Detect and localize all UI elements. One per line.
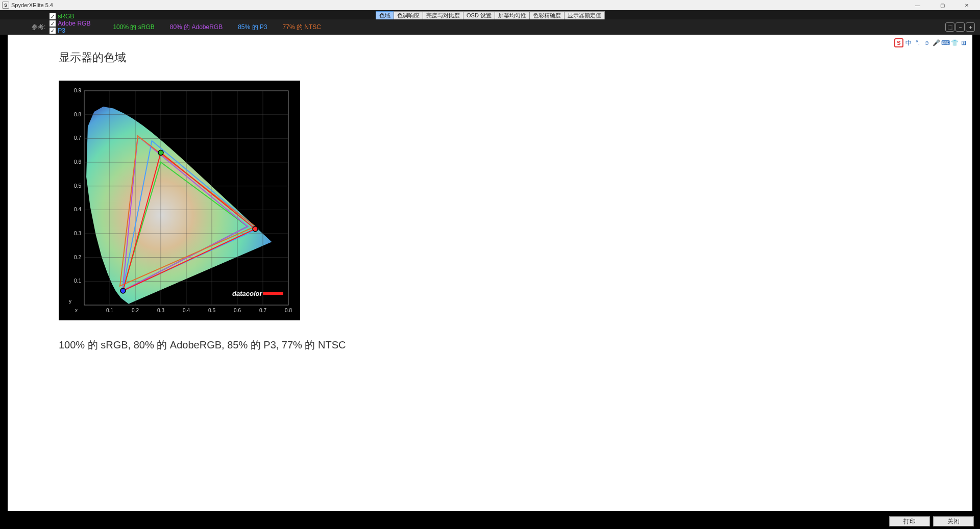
print-button[interactable]: 打印 — [889, 516, 930, 526]
minimize-button[interactable]: — — [911, 1, 925, 10]
titlebar: S SpyderXElite 5.4 — ▢ ✕ — [0, 0, 980, 10]
gamut-toggle-p3[interactable]: ✓P3 — [50, 27, 90, 34]
svg-text:0.7: 0.7 — [259, 308, 266, 313]
ime-toolbox-icon[interactable]: ⊞ — [960, 39, 968, 47]
gamut-summary: 100% 的 sRGB, 80% 的 AdobeRGB, 85% 的 P3, 7… — [8, 320, 972, 352]
maximize-button[interactable]: ▢ — [935, 1, 949, 10]
svg-text:0.5: 0.5 — [208, 308, 215, 313]
svg-text:0.1: 0.1 — [74, 278, 81, 284]
tab-0[interactable]: 色域 — [376, 11, 394, 19]
footer: 打印 关闭 — [0, 514, 980, 529]
gamut-result: 77% 的 NTSC — [283, 23, 321, 32]
checkbox-icon: ✓ — [50, 28, 56, 34]
svg-point-37 — [253, 226, 258, 232]
svg-text:0.4: 0.4 — [183, 308, 190, 313]
gamut-chart: 0.10.20.30.40.50.60.70.80.10.20.30.40.50… — [59, 81, 300, 320]
gamut-label: P3 — [58, 27, 65, 34]
ime-lang[interactable]: 中 — [904, 39, 913, 47]
gamut-toggle-srgb[interactable]: ✓sRGB — [50, 13, 90, 20]
tab-5[interactable]: 色彩精确度 — [529, 11, 565, 19]
app-icon: S — [2, 2, 9, 9]
svg-text:0.3: 0.3 — [74, 231, 81, 236]
ime-skin-icon[interactable]: 👕 — [950, 39, 959, 47]
tab-2[interactable]: 亮度与对比度 — [423, 11, 463, 19]
toolbar: 参考: ✓sRGB✓Adobe RGB✓P3✓NTSC 100% 的 sRGB8… — [0, 19, 980, 35]
checkbox-icon: ✓ — [50, 20, 56, 27]
ime-emoji-icon[interactable]: ☺ — [923, 39, 931, 47]
svg-text:0.4: 0.4 — [74, 207, 81, 212]
zoom-in-icon[interactable]: ＋ — [966, 22, 975, 32]
ime-voice-icon[interactable]: 🎤 — [932, 39, 940, 47]
sogou-ime-icon[interactable]: S — [894, 38, 903, 47]
ime-keyboard-icon[interactable]: ⌨ — [941, 39, 949, 47]
svg-text:0.7: 0.7 — [74, 135, 81, 141]
zoom-actual-icon[interactable]: ⬚ — [945, 22, 954, 32]
tab-3[interactable]: OSD 设置 — [463, 11, 495, 19]
svg-text:0.3: 0.3 — [157, 308, 164, 313]
tab-4[interactable]: 屏幕均匀性 — [495, 11, 530, 19]
gamut-result: 80% 的 AdobeRGB — [170, 23, 223, 32]
tabs-row: 色域色调响应亮度与对比度OSD 设置屏幕均匀性色彩精确度显示器额定值 — [0, 10, 980, 19]
svg-text:0.8: 0.8 — [74, 112, 81, 117]
ime-punct-icon[interactable]: °, — [914, 39, 922, 47]
svg-rect-41 — [263, 292, 283, 295]
svg-text:0.6: 0.6 — [234, 308, 241, 313]
svg-text:x: x — [75, 308, 78, 313]
svg-text:0.2: 0.2 — [132, 308, 139, 313]
svg-text:datacolor: datacolor — [232, 290, 262, 297]
close-panel-button[interactable]: 关闭 — [933, 516, 974, 526]
close-button[interactable]: ✕ — [960, 1, 974, 10]
svg-text:0.9: 0.9 — [74, 88, 81, 93]
tab-1[interactable]: 色调响应 — [394, 11, 423, 19]
content-area: 显示器的色域 0.10.20.30.40.50.60.70.80.10.20.3… — [8, 35, 972, 511]
window-title: SpyderXElite 5.4 — [11, 2, 53, 8]
gamut-label: sRGB — [58, 13, 74, 20]
gamut-result: 100% 的 sRGB — [113, 23, 154, 32]
gamut-toggle-adobergb[interactable]: ✓Adobe RGB — [50, 20, 90, 27]
svg-text:0.2: 0.2 — [74, 255, 81, 260]
tab-6[interactable]: 显示器额定值 — [564, 11, 605, 19]
gamut-result: 85% 的 P3 — [238, 23, 267, 32]
checkbox-icon: ✓ — [50, 13, 56, 19]
page-title: 显示器的色域 — [8, 35, 972, 65]
svg-text:0.1: 0.1 — [106, 308, 113, 313]
svg-text:0.8: 0.8 — [285, 308, 292, 313]
gamut-label: Adobe RGB — [58, 20, 90, 27]
svg-text:y: y — [69, 298, 71, 304]
zoom-out-icon[interactable]: － — [955, 22, 965, 32]
reference-label: 参考: — [32, 23, 45, 32]
toolbar-results: 100% 的 sRGB80% 的 AdobeRGB85% 的 P377% 的 N… — [113, 23, 321, 32]
svg-point-39 — [120, 288, 126, 293]
ime-panel: S 中 °, ☺ 🎤 ⌨ 👕 ⊞ — [893, 37, 969, 48]
svg-text:0.5: 0.5 — [74, 183, 81, 189]
svg-text:0.6: 0.6 — [74, 159, 81, 165]
svg-point-38 — [158, 150, 163, 155]
